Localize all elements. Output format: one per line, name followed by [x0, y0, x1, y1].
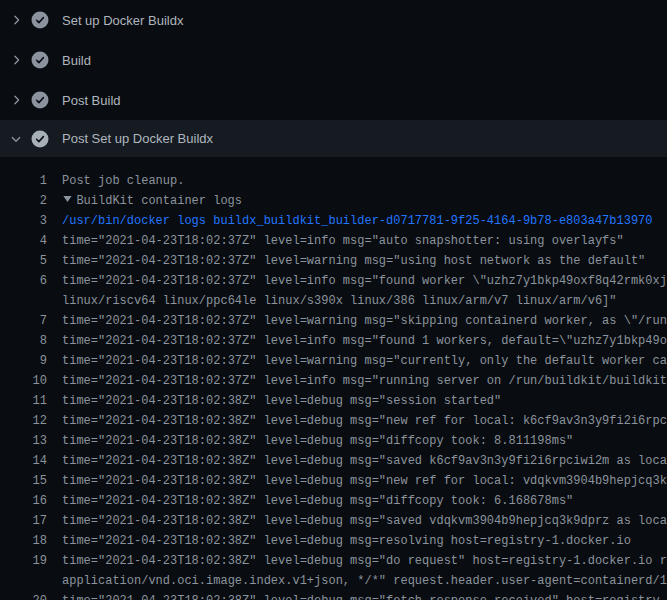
step-header-post-set-up-docker-buildx[interactable]: Post Set up Docker Buildx	[0, 120, 667, 157]
chevron-right-icon	[9, 13, 23, 27]
step-list: Set up Docker Buildx Build Post Build Po…	[0, 0, 667, 157]
step-header-build[interactable]: Build	[0, 40, 667, 80]
log-line-number[interactable]: 19	[0, 551, 47, 571]
log-line-number[interactable]: 12	[0, 411, 47, 431]
log-line: 11 time="2021-04-23T18:02:38Z" level=deb…	[0, 391, 667, 411]
log-line-number[interactable]: 8	[0, 331, 47, 351]
log-line-text: time="2021-04-23T18:02:38Z" level=debug …	[62, 511, 667, 531]
log-line-text: time="2021-04-23T18:02:38Z" level=debug …	[62, 551, 667, 571]
log-line-number[interactable]: 13	[0, 431, 47, 451]
log-line: 3 /usr/bin/docker logs buildx_buildkit_b…	[0, 211, 667, 231]
step-title: Build	[62, 53, 91, 68]
log-line-text: time="2021-04-23T18:02:37Z" level=info m…	[62, 371, 667, 391]
log-line-text: BuildKit container logs	[76, 191, 242, 211]
log-line: 7 time="2021-04-23T18:02:37Z" level=warn…	[0, 311, 667, 331]
check-circle-icon	[31, 51, 49, 69]
log-line: 13 time="2021-04-23T18:02:38Z" level=deb…	[0, 431, 667, 451]
log-line-number[interactable]: 16	[0, 491, 47, 511]
log-line-number[interactable]: 11	[0, 391, 47, 411]
log-line-number[interactable]: 2	[0, 191, 47, 211]
log-content: 1 Post job cleanup. 2 BuildKit container…	[0, 157, 667, 600]
log-line-text: time="2021-04-23T18:02:38Z" level=debug …	[62, 431, 573, 451]
log-line: 2 BuildKit container logs	[0, 191, 667, 211]
log-line-number[interactable]: 20	[0, 591, 47, 600]
step-title: Post Set up Docker Buildx	[62, 131, 213, 146]
log-line-text: time="2021-04-23T18:02:38Z" level=debug …	[62, 471, 667, 491]
log-line-text: time="2021-04-23T18:02:38Z" level=debug …	[62, 531, 631, 551]
log-line: 5 time="2021-04-23T18:02:37Z" level=warn…	[0, 251, 667, 271]
log-line: linux/riscv64 linux/ppc64le linux/s390x …	[0, 291, 667, 311]
check-circle-icon	[31, 11, 49, 29]
log-line-text: time="2021-04-23T18:02:37Z" level=warnin…	[62, 351, 667, 371]
log-line-text: time="2021-04-23T18:02:37Z" level=info m…	[62, 331, 667, 351]
log-line: 4 time="2021-04-23T18:02:37Z" level=info…	[0, 231, 667, 251]
log-line-number[interactable]: 15	[0, 471, 47, 491]
log-line-number[interactable]: 3	[0, 211, 47, 231]
log-line-number[interactable]: 6	[0, 271, 47, 291]
log-line: 12 time="2021-04-23T18:02:38Z" level=deb…	[0, 411, 667, 431]
log-line-number[interactable]: 14	[0, 451, 47, 471]
log-line: 18 time="2021-04-23T18:02:38Z" level=deb…	[0, 531, 667, 551]
log-line: 17 time="2021-04-23T18:02:38Z" level=deb…	[0, 511, 667, 531]
log-line-text: time="2021-04-23T18:02:37Z" level=info m…	[62, 271, 667, 291]
log-line-number[interactable]: 5	[0, 251, 47, 271]
log-line-number[interactable]: 17	[0, 511, 47, 531]
log-line-text: linux/riscv64 linux/ppc64le linux/s390x …	[62, 291, 617, 311]
check-circle-icon	[31, 91, 49, 109]
log-line: 9 time="2021-04-23T18:02:37Z" level=warn…	[0, 351, 667, 371]
log-line: 15 time="2021-04-23T18:02:38Z" level=deb…	[0, 471, 667, 491]
log-line: 14 time="2021-04-23T18:02:38Z" level=deb…	[0, 451, 667, 471]
log-line-text: time="2021-04-23T18:02:37Z" level=info m…	[62, 231, 624, 251]
log-line-number[interactable]: 10	[0, 371, 47, 391]
check-circle-icon	[31, 130, 49, 148]
log-line-text: application/vnd.oci.image.index.v1+json,…	[62, 571, 667, 591]
log-line-number[interactable]: 1	[0, 171, 47, 191]
log-line-number[interactable]: 7	[0, 311, 47, 331]
log-line-text: time="2021-04-23T18:02:38Z" level=debug …	[62, 411, 667, 431]
log-line: 19 time="2021-04-23T18:02:38Z" level=deb…	[0, 551, 667, 571]
log-line-text: time="2021-04-23T18:02:38Z" level=debug …	[62, 591, 667, 600]
chevron-down-icon	[9, 132, 23, 146]
log-line-text: time="2021-04-23T18:02:38Z" level=debug …	[62, 451, 667, 471]
log-line-number[interactable]: 4	[0, 231, 47, 251]
step-header-post-build[interactable]: Post Build	[0, 80, 667, 120]
log-line-text: time="2021-04-23T18:02:38Z" level=debug …	[62, 391, 501, 411]
log-line-text: /usr/bin/docker logs buildx_buildkit_bui…	[62, 211, 653, 231]
log-line: 8 time="2021-04-23T18:02:37Z" level=info…	[0, 331, 667, 351]
log-line: 16 time="2021-04-23T18:02:38Z" level=deb…	[0, 491, 667, 511]
log-line-text: time="2021-04-23T18:02:37Z" level=warnin…	[62, 251, 645, 271]
actions-log-viewer: Set up Docker Buildx Build Post Build Po…	[0, 0, 667, 600]
step-title: Set up Docker Buildx	[62, 13, 183, 28]
step-header-set-up-docker-buildx[interactable]: Set up Docker Buildx	[0, 0, 667, 40]
log-line-text: Post job cleanup.	[62, 171, 184, 191]
log-line-number[interactable]: 18	[0, 531, 47, 551]
chevron-right-icon	[9, 93, 23, 107]
log-line: 20 time="2021-04-23T18:02:38Z" level=deb…	[0, 591, 667, 600]
log-line-text: time="2021-04-23T18:02:38Z" level=debug …	[62, 491, 573, 511]
log-line: 10 time="2021-04-23T18:02:37Z" level=inf…	[0, 371, 667, 391]
log-line: 6 time="2021-04-23T18:02:37Z" level=info…	[0, 271, 667, 291]
log-line: application/vnd.oci.image.index.v1+json,…	[0, 571, 667, 591]
log-line-number[interactable]: 9	[0, 351, 47, 371]
log-line: 1 Post job cleanup.	[0, 171, 667, 191]
group-toggle-icon[interactable]	[63, 196, 72, 202]
log-line-text: time="2021-04-23T18:02:37Z" level=warnin…	[62, 311, 667, 331]
step-title: Post Build	[62, 93, 121, 108]
chevron-right-icon	[9, 53, 23, 67]
